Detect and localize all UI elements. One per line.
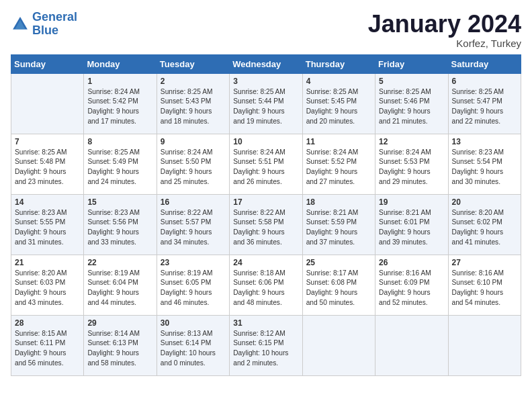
calendar-cell: 7Sunrise: 8:25 AM Sunset: 5:48 PM Daylig…: [11, 134, 84, 194]
day-content: Sunrise: 8:25 AM Sunset: 5:46 PM Dayligh…: [379, 87, 444, 127]
header-cell-friday: Friday: [375, 54, 448, 73]
calendar-cell: 3Sunrise: 8:25 AM Sunset: 5:44 PM Daylig…: [230, 73, 302, 134]
day-content: Sunrise: 8:15 AM Sunset: 6:11 PM Dayligh…: [15, 329, 80, 369]
calendar-cell: 27Sunrise: 8:16 AM Sunset: 6:10 PM Dayli…: [448, 255, 521, 315]
calendar-cell: 17Sunrise: 8:22 AM Sunset: 5:58 PM Dayli…: [230, 194, 302, 255]
day-number: 24: [233, 258, 298, 267]
day-content: Sunrise: 8:18 AM Sunset: 6:06 PM Dayligh…: [233, 269, 298, 308]
header-cell-monday: Monday: [84, 54, 157, 73]
calendar-cell: 14Sunrise: 8:23 AM Sunset: 5:55 PM Dayli…: [11, 194, 84, 255]
day-number: 17: [233, 197, 298, 207]
calendar-cell: 8Sunrise: 8:25 AM Sunset: 5:49 PM Daylig…: [84, 134, 157, 194]
header-row: SundayMondayTuesdayWednesdayThursdayFrid…: [11, 54, 521, 73]
day-content: Sunrise: 8:25 AM Sunset: 5:47 PM Dayligh…: [452, 87, 517, 127]
day-number: 26: [379, 258, 444, 267]
title-block: January 2024 Korfez, Turkey: [368, 11, 521, 49]
week-row-1: 1Sunrise: 8:24 AM Sunset: 5:42 PM Daylig…: [11, 73, 521, 134]
calendar-cell: [375, 315, 448, 375]
logo-text: General Blue: [32, 11, 77, 38]
calendar-cell: 26Sunrise: 8:16 AM Sunset: 6:09 PM Dayli…: [375, 255, 448, 315]
day-content: Sunrise: 8:21 AM Sunset: 6:01 PM Dayligh…: [379, 208, 444, 248]
day-content: Sunrise: 8:23 AM Sunset: 5:54 PM Dayligh…: [452, 148, 517, 187]
calendar-cell: 5Sunrise: 8:25 AM Sunset: 5:46 PM Daylig…: [375, 73, 448, 134]
calendar-cell: 29Sunrise: 8:14 AM Sunset: 6:13 PM Dayli…: [84, 315, 157, 375]
day-number: 11: [306, 137, 371, 146]
header-cell-thursday: Thursday: [302, 54, 375, 73]
day-number: 16: [161, 197, 226, 207]
day-content: Sunrise: 8:24 AM Sunset: 5:51 PM Dayligh…: [233, 148, 298, 187]
calendar-cell: 28Sunrise: 8:15 AM Sunset: 6:11 PM Dayli…: [11, 315, 84, 375]
day-content: Sunrise: 8:25 AM Sunset: 5:43 PM Dayligh…: [161, 87, 226, 127]
calendar-cell: 15Sunrise: 8:23 AM Sunset: 5:56 PM Dayli…: [84, 194, 157, 255]
calendar-body: 1Sunrise: 8:24 AM Sunset: 5:42 PM Daylig…: [11, 73, 521, 375]
day-content: Sunrise: 8:14 AM Sunset: 6:13 PM Dayligh…: [87, 329, 152, 369]
header-cell-wednesday: Wednesday: [230, 54, 302, 73]
logo-line1: General: [32, 10, 77, 24]
month-title: January 2024: [368, 11, 521, 38]
day-number: 20: [452, 197, 517, 207]
calendar-cell: [448, 315, 521, 375]
day-content: Sunrise: 8:24 AM Sunset: 5:53 PM Dayligh…: [379, 148, 444, 187]
calendar-cell: 2Sunrise: 8:25 AM Sunset: 5:43 PM Daylig…: [157, 73, 229, 134]
calendar-cell: 4Sunrise: 8:25 AM Sunset: 5:45 PM Daylig…: [302, 73, 375, 134]
calendar-cell: 31Sunrise: 8:12 AM Sunset: 6:15 PM Dayli…: [230, 315, 302, 375]
day-number: 5: [379, 77, 444, 86]
day-number: 1: [87, 77, 152, 86]
day-number: 9: [161, 137, 226, 146]
day-number: 10: [233, 137, 298, 146]
week-row-3: 14Sunrise: 8:23 AM Sunset: 5:55 PM Dayli…: [11, 194, 521, 255]
calendar-cell: 21Sunrise: 8:20 AM Sunset: 6:03 PM Dayli…: [11, 255, 84, 315]
day-content: Sunrise: 8:16 AM Sunset: 6:10 PM Dayligh…: [452, 269, 517, 308]
calendar-cell: [302, 315, 375, 375]
calendar-cell: 20Sunrise: 8:20 AM Sunset: 6:02 PM Dayli…: [448, 194, 521, 255]
calendar-cell: 25Sunrise: 8:17 AM Sunset: 6:08 PM Dayli…: [302, 255, 375, 315]
day-number: 2: [161, 77, 226, 86]
day-content: Sunrise: 8:13 AM Sunset: 6:14 PM Dayligh…: [161, 329, 226, 369]
day-content: Sunrise: 8:23 AM Sunset: 5:55 PM Dayligh…: [15, 208, 80, 248]
day-number: 29: [87, 318, 152, 328]
day-content: Sunrise: 8:22 AM Sunset: 5:57 PM Dayligh…: [161, 208, 226, 248]
day-number: 14: [15, 197, 80, 207]
day-content: Sunrise: 8:25 AM Sunset: 5:49 PM Dayligh…: [87, 148, 152, 187]
day-number: 15: [87, 197, 152, 207]
calendar-cell: 23Sunrise: 8:19 AM Sunset: 6:05 PM Dayli…: [157, 255, 229, 315]
calendar-cell: 24Sunrise: 8:18 AM Sunset: 6:06 PM Dayli…: [230, 255, 302, 315]
day-content: Sunrise: 8:19 AM Sunset: 6:04 PM Dayligh…: [87, 269, 152, 308]
day-number: 21: [15, 258, 80, 267]
calendar-table: SundayMondayTuesdayWednesdayThursdayFrid…: [11, 54, 521, 376]
logo-icon: [11, 15, 30, 34]
day-number: 22: [87, 258, 152, 267]
calendar-cell: 30Sunrise: 8:13 AM Sunset: 6:14 PM Dayli…: [157, 315, 229, 375]
calendar-cell: 19Sunrise: 8:21 AM Sunset: 6:01 PM Dayli…: [375, 194, 448, 255]
calendar-cell: 9Sunrise: 8:24 AM Sunset: 5:50 PM Daylig…: [157, 134, 229, 194]
calendar-cell: 13Sunrise: 8:23 AM Sunset: 5:54 PM Dayli…: [448, 134, 521, 194]
header-cell-tuesday: Tuesday: [157, 54, 229, 73]
calendar-cell: 1Sunrise: 8:24 AM Sunset: 5:42 PM Daylig…: [84, 73, 157, 134]
calendar-header: SundayMondayTuesdayWednesdayThursdayFrid…: [11, 54, 521, 73]
header-cell-sunday: Sunday: [11, 54, 84, 73]
day-content: Sunrise: 8:23 AM Sunset: 5:56 PM Dayligh…: [87, 208, 152, 248]
day-content: Sunrise: 8:19 AM Sunset: 6:05 PM Dayligh…: [161, 269, 226, 308]
day-content: Sunrise: 8:25 AM Sunset: 5:44 PM Dayligh…: [233, 87, 298, 127]
calendar-cell: 22Sunrise: 8:19 AM Sunset: 6:04 PM Dayli…: [84, 255, 157, 315]
day-number: 30: [161, 318, 226, 328]
logo-line2: Blue: [32, 24, 58, 37]
day-content: Sunrise: 8:22 AM Sunset: 5:58 PM Dayligh…: [233, 208, 298, 248]
day-content: Sunrise: 8:24 AM Sunset: 5:42 PM Dayligh…: [87, 87, 152, 127]
week-row-5: 28Sunrise: 8:15 AM Sunset: 6:11 PM Dayli…: [11, 315, 521, 375]
day-number: 13: [452, 137, 517, 146]
day-number: 31: [233, 318, 298, 328]
calendar-cell: [11, 73, 84, 134]
week-row-2: 7Sunrise: 8:25 AM Sunset: 5:48 PM Daylig…: [11, 134, 521, 194]
day-number: 27: [452, 258, 517, 267]
calendar-cell: 12Sunrise: 8:24 AM Sunset: 5:53 PM Dayli…: [375, 134, 448, 194]
day-content: Sunrise: 8:16 AM Sunset: 6:09 PM Dayligh…: [379, 269, 444, 308]
day-content: Sunrise: 8:25 AM Sunset: 5:48 PM Dayligh…: [15, 148, 80, 187]
page-header: General Blue January 2024 Korfez, Turkey: [11, 11, 521, 49]
day-number: 25: [306, 258, 371, 267]
day-number: 4: [306, 77, 371, 86]
day-number: 7: [15, 137, 80, 146]
day-number: 6: [452, 77, 517, 86]
day-number: 23: [161, 258, 226, 267]
calendar-cell: 11Sunrise: 8:24 AM Sunset: 5:52 PM Dayli…: [302, 134, 375, 194]
